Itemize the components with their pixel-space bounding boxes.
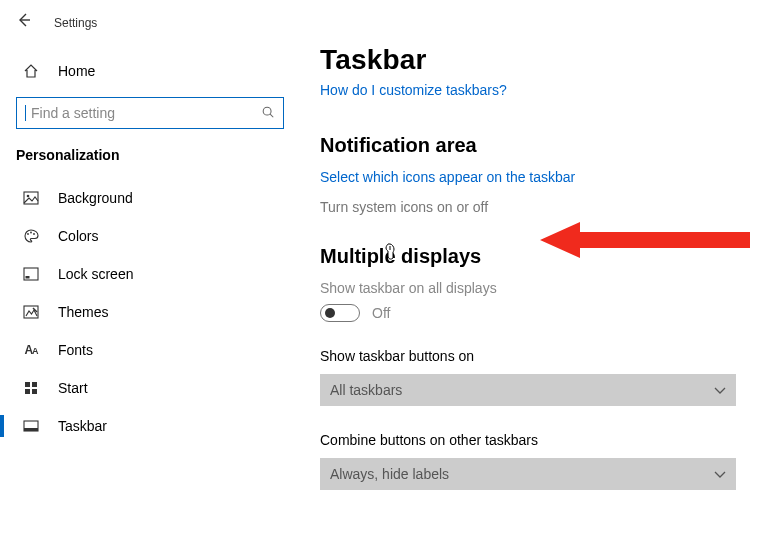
start-icon (22, 381, 40, 395)
sidebar-item-themes[interactable]: Themes (0, 293, 300, 331)
taskbar-icon (22, 420, 40, 432)
sidebar-item-label: Fonts (58, 342, 93, 358)
themes-icon (22, 305, 40, 319)
home-icon (22, 63, 40, 79)
dropdown-value: All taskbars (330, 382, 402, 398)
fonts-icon: AA (22, 343, 40, 357)
sidebar-item-background[interactable]: Background (0, 179, 300, 217)
sidebar-item-home[interactable]: Home (0, 53, 300, 89)
sidebar-item-label: Themes (58, 304, 109, 320)
svg-rect-9 (26, 276, 30, 279)
section-notification-area: Notification area (320, 134, 748, 157)
svg-point-5 (27, 233, 29, 235)
toggle-state-label: Off (372, 305, 390, 321)
svg-point-1 (263, 107, 271, 115)
sidebar-item-colors[interactable]: Colors (0, 217, 300, 255)
category-label: Personalization (0, 147, 300, 169)
svg-line-2 (270, 114, 273, 117)
chevron-down-icon (714, 383, 726, 398)
search-field[interactable] (29, 104, 261, 122)
svg-rect-16 (24, 428, 38, 431)
sidebar-item-lockscreen[interactable]: Lock screen (0, 255, 300, 293)
home-label: Home (58, 63, 95, 79)
svg-rect-12 (32, 382, 37, 387)
svg-rect-14 (32, 389, 37, 394)
sidebar: Settings Home Personalization (0, 0, 300, 535)
svg-rect-11 (25, 382, 30, 387)
link-system-icons[interactable]: Turn system icons on or off (320, 199, 488, 215)
svg-rect-10 (24, 306, 38, 318)
palette-icon (22, 228, 40, 244)
show-buttons-dropdown[interactable]: All taskbars (320, 374, 736, 406)
page-title: Taskbar (320, 44, 748, 76)
combine-buttons-label: Combine buttons on other taskbars (320, 432, 748, 448)
lockscreen-icon (22, 267, 40, 281)
sidebar-item-label: Background (58, 190, 133, 206)
svg-point-7 (33, 233, 35, 235)
show-taskbar-toggle[interactable] (320, 304, 360, 322)
svg-point-6 (30, 232, 32, 234)
chevron-down-icon (714, 467, 726, 482)
show-buttons-label: Show taskbar buttons on (320, 348, 748, 364)
sidebar-item-label: Taskbar (58, 418, 107, 434)
section-multiple-displays: Multiple displays (320, 245, 748, 268)
help-link[interactable]: How do I customize taskbars? (320, 82, 507, 98)
sidebar-item-start[interactable]: Start (0, 369, 300, 407)
back-button[interactable] (16, 12, 32, 33)
sidebar-item-fonts[interactable]: AA Fonts (0, 331, 300, 369)
sidebar-item-label: Lock screen (58, 266, 133, 282)
combine-buttons-dropdown[interactable]: Always, hide labels (320, 458, 736, 490)
search-input[interactable] (16, 97, 284, 129)
sidebar-item-label: Start (58, 380, 88, 396)
search-icon (261, 105, 275, 122)
svg-point-4 (27, 195, 30, 198)
show-taskbar-label: Show taskbar on all displays (320, 280, 748, 296)
svg-rect-13 (25, 389, 30, 394)
window-title: Settings (54, 16, 97, 30)
link-select-icons[interactable]: Select which icons appear on the taskbar (320, 169, 575, 185)
sidebar-item-taskbar[interactable]: Taskbar (0, 407, 300, 445)
image-icon (22, 191, 40, 205)
main-content: Taskbar How do I customize taskbars? Not… (300, 0, 768, 535)
dropdown-value: Always, hide labels (330, 466, 449, 482)
sidebar-item-label: Colors (58, 228, 98, 244)
